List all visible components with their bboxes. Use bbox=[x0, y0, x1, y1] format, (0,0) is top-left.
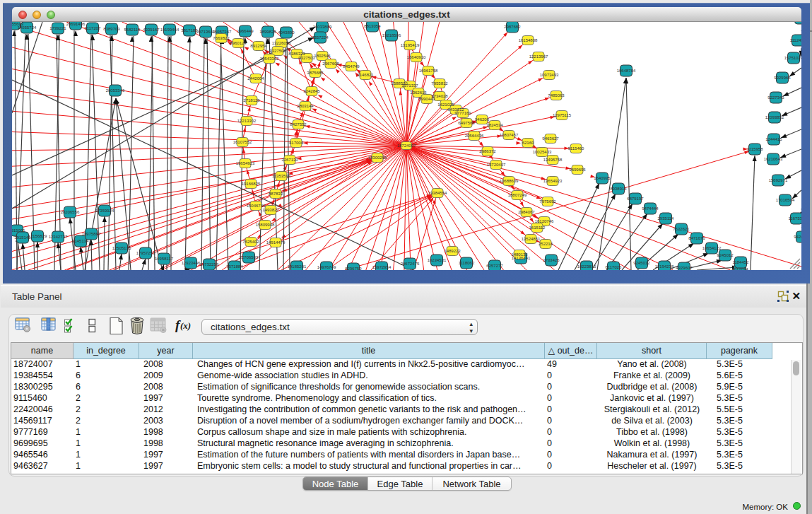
svg-text:1480133: 1480133 bbox=[511, 252, 528, 257]
svg-text:20564436: 20564436 bbox=[465, 134, 484, 138]
svg-text:12093852: 12093852 bbox=[765, 115, 784, 119]
svg-text:12194238: 12194238 bbox=[655, 264, 674, 269]
svg-text:1167534: 1167534 bbox=[789, 216, 801, 221]
svg-text:18807249: 18807249 bbox=[508, 193, 527, 197]
svg-text:9146821: 9146821 bbox=[357, 73, 374, 77]
svg-text:17016504: 17016504 bbox=[776, 198, 795, 202]
svg-text:1489223: 1489223 bbox=[444, 249, 461, 253]
svg-text:1899828: 1899828 bbox=[259, 30, 276, 34]
svg-text:1118062: 1118062 bbox=[459, 261, 475, 265]
svg-text:(x): (x) bbox=[180, 320, 191, 331]
svg-text:20691406: 20691406 bbox=[66, 22, 86, 26]
svg-text:9734028: 9734028 bbox=[431, 94, 448, 98]
svg-text:2935114: 2935114 bbox=[658, 216, 675, 221]
svg-text:10807457: 10807457 bbox=[500, 133, 519, 137]
svg-text:13495758: 13495758 bbox=[543, 158, 563, 162]
svg-text:2984067: 2984067 bbox=[518, 210, 535, 214]
svg-text:6879197: 6879197 bbox=[627, 197, 644, 201]
svg-text:1739221: 1739221 bbox=[49, 26, 66, 30]
svg-text:1966449: 1966449 bbox=[237, 29, 254, 33]
svg-text:12213302: 12213302 bbox=[237, 119, 257, 123]
svg-text:9327508: 9327508 bbox=[269, 49, 286, 53]
svg-text:10543362: 10543362 bbox=[260, 57, 279, 61]
svg-text:10025433: 10025433 bbox=[533, 150, 552, 154]
svg-text:9115460: 9115460 bbox=[568, 146, 585, 151]
svg-text:10688609: 10688609 bbox=[500, 179, 519, 183]
svg-text:417004: 417004 bbox=[289, 141, 304, 145]
svg-text:20206556: 20206556 bbox=[61, 210, 80, 214]
svg-text:1621025: 1621025 bbox=[437, 103, 454, 107]
svg-text:19166825: 19166825 bbox=[242, 182, 261, 186]
svg-text:15057347: 15057347 bbox=[213, 30, 232, 34]
svg-text:12213967: 12213967 bbox=[529, 54, 548, 59]
svg-text:1733426: 1733426 bbox=[543, 258, 560, 262]
svg-text:7571884: 7571884 bbox=[226, 264, 243, 269]
svg-text:20053346: 20053346 bbox=[106, 88, 125, 93]
svg-text:1640935: 1640935 bbox=[594, 176, 611, 180]
svg-text:2986372: 2986372 bbox=[479, 149, 496, 153]
svg-text:12156829: 12156829 bbox=[28, 234, 47, 238]
svg-text:7663822: 7663822 bbox=[213, 36, 230, 40]
svg-text:17359924: 17359924 bbox=[95, 209, 114, 213]
svg-text:3215958: 3215958 bbox=[746, 147, 763, 151]
svg-text:2442004: 2442004 bbox=[247, 76, 264, 81]
svg-text:12505135: 12505135 bbox=[112, 246, 131, 250]
svg-text:15972954: 15972954 bbox=[372, 265, 392, 269]
svg-text:7485063: 7485063 bbox=[548, 93, 565, 98]
svg-text:19654923: 19654923 bbox=[236, 161, 255, 165]
svg-text:16210643: 16210643 bbox=[764, 157, 783, 161]
svg-text:19185201: 19185201 bbox=[288, 264, 307, 269]
svg-text:14055724: 14055724 bbox=[18, 25, 37, 30]
svg-text:4329607: 4329607 bbox=[676, 266, 693, 270]
svg-text:2803144: 2803144 bbox=[297, 104, 314, 108]
svg-text:1184452: 1184452 bbox=[733, 260, 750, 264]
svg-text:15692971: 15692971 bbox=[769, 178, 788, 182]
svg-text:1371337: 1371337 bbox=[401, 83, 418, 88]
svg-text:6497568: 6497568 bbox=[458, 121, 475, 125]
svg-text:4043890: 4043890 bbox=[278, 30, 295, 35]
svg-text:9699695: 9699695 bbox=[569, 168, 586, 172]
svg-text:20672475: 20672475 bbox=[401, 262, 420, 266]
svg-text:8389709: 8389709 bbox=[103, 27, 120, 31]
svg-text:6257277: 6257277 bbox=[486, 264, 503, 268]
svg-text:19732259: 19732259 bbox=[200, 262, 219, 267]
svg-text:13195419: 13195419 bbox=[401, 43, 420, 47]
svg-text:4012034: 4012034 bbox=[731, 267, 748, 270]
svg-text:18724007: 18724007 bbox=[397, 144, 416, 148]
svg-text:9227343: 9227343 bbox=[767, 95, 784, 100]
svg-text:5582115: 5582115 bbox=[124, 28, 141, 32]
svg-text:8296759: 8296759 bbox=[345, 267, 362, 270]
svg-text:12975115: 12975115 bbox=[553, 113, 572, 117]
svg-text:2987682: 2987682 bbox=[504, 25, 521, 29]
svg-text:1615112: 1615112 bbox=[529, 226, 546, 230]
svg-text:16640910: 16640910 bbox=[407, 55, 426, 59]
svg-text:9245012: 9245012 bbox=[633, 261, 650, 265]
svg-text:15720407: 15720407 bbox=[487, 163, 506, 167]
svg-text:9242845: 9242845 bbox=[303, 89, 320, 93]
svg-text:9474444: 9474444 bbox=[642, 206, 659, 211]
svg-text:7632621: 7632621 bbox=[673, 227, 690, 231]
svg-text:1112453: 1112453 bbox=[790, 38, 801, 42]
svg-text:1915001: 1915001 bbox=[12, 228, 25, 233]
svg-text:9777169: 9777169 bbox=[454, 111, 471, 115]
svg-text:22706503: 22706503 bbox=[240, 255, 259, 259]
svg-text:7955812: 7955812 bbox=[431, 81, 448, 86]
svg-text:16107552: 16107552 bbox=[233, 140, 252, 144]
svg-text:19199464: 19199464 bbox=[160, 28, 180, 32]
svg-text:10973493: 10973493 bbox=[540, 73, 559, 77]
svg-text:1362615: 1362615 bbox=[410, 90, 427, 95]
svg-text:10648784: 10648784 bbox=[617, 69, 636, 73]
svg-text:4339167: 4339167 bbox=[143, 28, 160, 32]
svg-text:8813054: 8813054 bbox=[364, 24, 381, 28]
svg-text:7975692: 7975692 bbox=[539, 199, 556, 204]
svg-text:1145134: 1145134 bbox=[73, 239, 90, 243]
svg-text:9329966: 9329966 bbox=[774, 76, 791, 80]
svg-text:10958117: 10958117 bbox=[155, 257, 174, 261]
svg-text:10975887: 10975887 bbox=[82, 232, 101, 236]
svg-text:9463627: 9463627 bbox=[542, 136, 559, 141]
svg-text:9424502: 9424502 bbox=[794, 235, 801, 239]
svg-text:8471676: 8471676 bbox=[688, 236, 705, 240]
svg-text:7625402: 7625402 bbox=[242, 240, 259, 244]
svg-text:8938914: 8938914 bbox=[610, 187, 627, 191]
svg-text:946206: 946206 bbox=[475, 117, 490, 122]
